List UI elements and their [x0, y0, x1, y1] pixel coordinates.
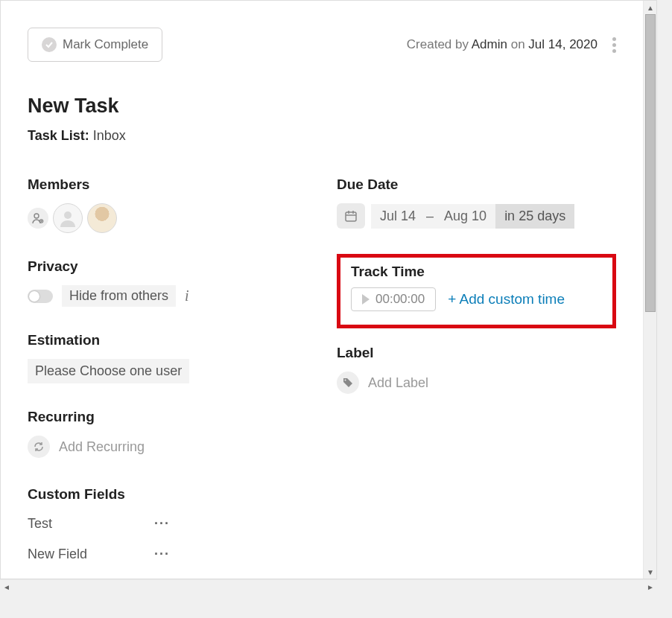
- left-column: Members Privacy: [28, 176, 307, 577]
- track-time-title: Track Time: [351, 264, 602, 280]
- created-user: Admin: [472, 37, 507, 51]
- play-icon: [362, 294, 370, 305]
- custom-field-name[interactable]: New Field: [28, 547, 154, 562]
- calendar-icon: [337, 203, 365, 229]
- recurring-title: Recurring: [28, 409, 307, 425]
- tasklist-row: Task List: Inbox: [28, 128, 616, 144]
- add-label-button[interactable]: Add Label: [337, 372, 616, 394]
- task-title[interactable]: New Task: [28, 95, 616, 118]
- label-title: Label: [337, 345, 616, 361]
- mark-complete-label: Mark Complete: [63, 37, 148, 52]
- due-remaining: in 25 days: [495, 204, 574, 229]
- custom-field-more-icon[interactable]: ···: [154, 547, 170, 562]
- created-date: Jul 14, 2020: [528, 37, 597, 51]
- estimation-placeholder[interactable]: Please Choose one user: [28, 359, 189, 383]
- track-time-highlight: Track Time 00:00:00 + Add custom time: [337, 254, 616, 328]
- avatar-generic[interactable]: [53, 203, 83, 233]
- add-recurring-button[interactable]: Add Recurring: [28, 436, 307, 458]
- custom-fields-title: Custom Fields: [28, 486, 307, 503]
- svg-point-0: [34, 214, 39, 218]
- scroll-right-icon[interactable]: ►: [644, 580, 657, 593]
- scroll-up-icon[interactable]: ▲: [644, 1, 656, 14]
- top-row: Mark Complete Created by Admin on Jul 14…: [28, 28, 616, 62]
- due-dash: –: [425, 204, 435, 229]
- due-date-title: Due Date: [337, 176, 616, 193]
- add-recurring-label: Add Recurring: [59, 439, 145, 455]
- created-text: Created by Admin on Jul 14, 2020: [407, 37, 597, 52]
- svg-rect-3: [346, 212, 356, 221]
- due-date-section: Due Date Jul 14 – Aug 10 in 25 days: [337, 176, 616, 229]
- created-meta: Created by Admin on Jul 14, 2020: [407, 37, 616, 53]
- custom-field-row: Test ···: [28, 516, 307, 532]
- tasklist-value[interactable]: Inbox: [93, 128, 126, 143]
- mark-complete-button[interactable]: Mark Complete: [28, 28, 162, 62]
- members-section: Members: [28, 176, 307, 233]
- privacy-title: Privacy: [28, 258, 307, 275]
- due-start: Jul 14: [371, 204, 425, 229]
- add-custom-time-link[interactable]: + Add custom time: [448, 291, 565, 308]
- vertical-scrollbar[interactable]: ▲ ▼: [643, 1, 656, 579]
- tag-icon: [337, 372, 359, 394]
- created-prefix: Created by: [407, 37, 469, 51]
- custom-field-row: New Field ···: [28, 547, 307, 562]
- main-panel: Mark Complete Created by Admin on Jul 14…: [1, 1, 643, 577]
- check-icon: [42, 37, 57, 52]
- timer-value: 00:00:00: [375, 292, 425, 307]
- timer-start-button[interactable]: 00:00:00: [351, 287, 436, 311]
- custom-field-name[interactable]: Test: [28, 516, 154, 532]
- custom-field-more-icon[interactable]: ···: [154, 516, 170, 532]
- estimation-title: Estimation: [28, 332, 307, 348]
- scroll-left-icon[interactable]: ◄: [0, 580, 13, 593]
- members-row: [28, 203, 307, 233]
- estimation-section: Estimation Please Choose one user: [28, 332, 307, 383]
- members-title: Members: [28, 176, 307, 193]
- svg-point-4: [345, 380, 346, 381]
- privacy-hide-label: Hide from others: [62, 285, 176, 307]
- privacy-section: Privacy Hide from others i: [28, 258, 307, 307]
- info-icon[interactable]: i: [185, 287, 189, 305]
- label-section: Label Add Label: [337, 345, 616, 394]
- tasklist-label: Task List:: [28, 128, 89, 143]
- due-date-row[interactable]: Jul 14 – Aug 10 in 25 days: [337, 203, 616, 229]
- recurring-section: Recurring Add Recurring: [28, 409, 307, 458]
- task-modal: Mark Complete Created by Admin on Jul 14…: [0, 0, 657, 579]
- detail-columns: Members Privacy: [28, 176, 616, 577]
- more-menu-icon[interactable]: [612, 37, 616, 53]
- privacy-toggle[interactable]: [28, 290, 53, 303]
- avatar-user[interactable]: [87, 203, 117, 233]
- due-end: Aug 10: [435, 204, 495, 229]
- scroll-down-icon[interactable]: ▼: [644, 565, 656, 579]
- right-column: Due Date Jul 14 – Aug 10 in 25 days: [337, 176, 616, 577]
- add-label-text: Add Label: [368, 375, 428, 391]
- track-time-row: 00:00:00 + Add custom time: [351, 287, 602, 311]
- svg-point-2: [64, 211, 72, 219]
- created-on: on: [511, 37, 525, 51]
- scroll-thumb[interactable]: [645, 14, 656, 312]
- horizontal-scrollbar[interactable]: ◄ ►: [0, 579, 657, 593]
- add-member-icon[interactable]: [28, 208, 48, 229]
- refresh-icon: [28, 436, 50, 458]
- content-area: Mark Complete Created by Admin on Jul 14…: [1, 1, 656, 579]
- privacy-row: Hide from others i: [28, 285, 307, 307]
